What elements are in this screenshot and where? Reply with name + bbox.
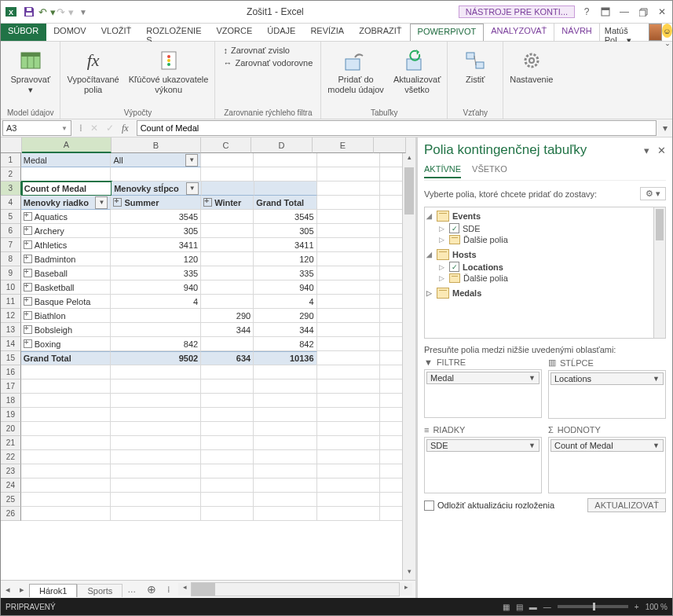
expand-icon[interactable] — [24, 283, 32, 292]
view-layout-icon[interactable]: ▤ — [516, 603, 523, 611]
cell[interactable] — [317, 478, 380, 493]
cell[interactable] — [201, 238, 254, 252]
cell[interactable] — [21, 478, 112, 493]
col-B[interactable]: B — [112, 138, 201, 153]
tab-formulas[interactable]: VZORCE — [210, 24, 261, 41]
cell[interactable]: Grand Total — [254, 196, 316, 210]
row-header[interactable]: 14 — [1, 337, 21, 351]
cell[interactable] — [317, 408, 380, 422]
cell[interactable] — [111, 450, 201, 464]
cell[interactable] — [317, 422, 380, 436]
tab-nav-prev-icon[interactable]: ◂ — [1, 585, 15, 595]
zoom-in-icon[interactable]: + — [635, 603, 639, 611]
cell[interactable]: Badminton — [21, 252, 112, 266]
ribbon-toggle-icon[interactable] — [597, 3, 614, 20]
cell[interactable] — [317, 182, 380, 196]
cell[interactable] — [21, 493, 112, 507]
cell[interactable]: 120 — [254, 252, 316, 266]
cell[interactable]: 10136 — [254, 351, 316, 365]
row-header[interactable]: 17 — [1, 380, 21, 394]
align-horizontal-button[interactable]: ↔Zarovnať vodorovne — [221, 57, 314, 68]
cell[interactable]: 305 — [111, 224, 201, 238]
row-header[interactable]: 16 — [1, 365, 21, 380]
col-C[interactable]: C — [201, 138, 251, 153]
tab-review[interactable]: REVÍZIA — [303, 24, 352, 41]
detect-button[interactable]: Zistiť — [454, 45, 496, 85]
cell[interactable] — [254, 507, 316, 521]
cell[interactable] — [111, 323, 201, 337]
cell[interactable] — [201, 464, 254, 478]
restore-icon[interactable] — [635, 3, 652, 20]
close-icon[interactable]: ✕ — [653, 3, 671, 20]
cell[interactable] — [254, 394, 316, 408]
expand-icon[interactable] — [24, 240, 32, 249]
enter-formula-icon[interactable]: ✓ — [106, 123, 114, 134]
row-header[interactable]: 18 — [1, 394, 21, 408]
col-A[interactable]: A — [22, 138, 112, 153]
cell[interactable]: Boxing — [21, 337, 112, 351]
cell[interactable] — [111, 167, 201, 182]
expand-icon[interactable] — [24, 311, 32, 320]
row-header[interactable]: 6 — [1, 224, 21, 238]
cell[interactable]: 290 — [201, 309, 254, 323]
cell[interactable] — [111, 394, 201, 408]
cell[interactable] — [201, 422, 254, 436]
kpi-button[interactable]: Kľúčové ukazovatele výkonu — [129, 45, 209, 94]
cell[interactable]: 120 — [111, 252, 201, 266]
cell[interactable] — [21, 507, 112, 521]
cell[interactable] — [21, 380, 112, 394]
save-icon[interactable] — [20, 3, 38, 20]
cell[interactable] — [201, 493, 254, 507]
expand-icon[interactable] — [24, 226, 32, 235]
cell[interactable] — [254, 422, 316, 436]
cell[interactable]: Archery — [21, 224, 112, 238]
row-header[interactable]: 15 — [1, 351, 21, 365]
minimize-icon[interactable]: — — [616, 3, 633, 20]
cell[interactable] — [254, 380, 316, 394]
cell[interactable]: Menovky riadko▼ — [21, 196, 112, 210]
ribbon-collapse[interactable]: ˇ — [559, 42, 672, 119]
field-hosts-more[interactable]: ▷Ďalšie polia — [426, 273, 664, 284]
filter-dropdown-icon[interactable]: ▼ — [95, 196, 108, 209]
cell[interactable]: Menovky stĺpco▼ — [112, 182, 201, 196]
cell[interactable] — [111, 464, 201, 478]
cell[interactable] — [317, 252, 380, 266]
cell[interactable]: Summer — [111, 196, 201, 210]
table-medals[interactable]: ▷Medals — [426, 287, 664, 299]
cell[interactable] — [111, 408, 201, 422]
cell[interactable] — [317, 493, 380, 507]
manage-button[interactable]: Spravovať▾ — [9, 45, 52, 94]
cell[interactable]: Winter — [201, 196, 254, 210]
add-to-model-button[interactable]: Pridať do modelu údajov — [327, 45, 384, 94]
row-header[interactable]: 26 — [1, 507, 21, 521]
cell[interactable] — [317, 436, 380, 450]
row-header[interactable]: 3 — [1, 182, 22, 196]
cell[interactable] — [317, 380, 380, 394]
cell[interactable]: Count of Medal — [22, 182, 112, 196]
zoom-out-icon[interactable]: — — [543, 603, 551, 611]
cell[interactable] — [21, 408, 112, 422]
field-locations[interactable]: ▷✓Locations — [426, 261, 664, 273]
new-sheet-icon[interactable]: ⊕ — [141, 583, 163, 596]
expand-icon[interactable] — [113, 198, 122, 207]
cell[interactable] — [317, 450, 380, 464]
cell[interactable] — [254, 408, 316, 422]
cell[interactable]: Basque Pelota — [21, 295, 112, 309]
refresh-all-button[interactable]: Aktualizovať všetko — [393, 45, 441, 94]
pill-locations[interactable]: Locations▼ — [550, 372, 664, 385]
cell[interactable] — [317, 337, 380, 351]
cell[interactable] — [202, 182, 254, 196]
cell[interactable] — [317, 295, 380, 309]
cell[interactable] — [201, 252, 254, 266]
cell[interactable]: 940 — [111, 280, 201, 295]
cell[interactable]: 3545 — [254, 210, 316, 224]
row-header[interactable]: 2 — [1, 167, 21, 182]
settings-button[interactable]: Nastavenie — [510, 45, 553, 85]
cell[interactable]: Grand Total — [21, 351, 112, 365]
cell[interactable] — [201, 478, 254, 493]
cell[interactable] — [254, 153, 316, 167]
cell[interactable] — [21, 436, 112, 450]
cell[interactable] — [21, 422, 112, 436]
feedback-icon[interactable]: ☺ — [662, 24, 672, 38]
cell[interactable] — [254, 493, 316, 507]
